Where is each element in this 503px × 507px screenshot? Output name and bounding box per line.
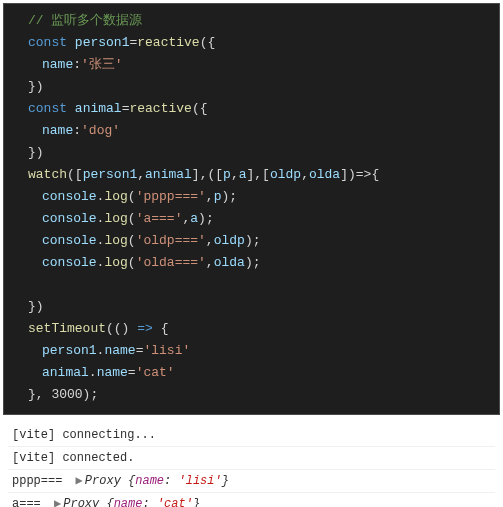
code-line: setTimeout(() => {: [14, 318, 493, 340]
console-row: [vite] connecting...: [8, 424, 495, 447]
console-output: [vite] connecting... [vite] connected. p…: [0, 418, 503, 507]
code-line: console.log('a===',a);: [14, 208, 493, 230]
code-line: // 监听多个数据源: [14, 10, 493, 32]
code-line: console.log('pppp===',p);: [14, 186, 493, 208]
comment: // 监听多个数据源: [28, 13, 142, 28]
code-editor: // 监听多个数据源 const person1=reactive({ name…: [3, 3, 500, 415]
expand-icon[interactable]: ▶: [76, 474, 83, 488]
code-line: const animal=reactive({: [14, 98, 493, 120]
expand-icon[interactable]: ▶: [54, 497, 61, 507]
code-line: person1.name='lisi': [14, 340, 493, 362]
code-line: const person1=reactive({: [14, 32, 493, 54]
code-line: }): [14, 76, 493, 98]
code-line: animal.name='cat': [14, 362, 493, 384]
code-line: console.log('olda===',olda);: [14, 252, 493, 274]
blank-line: [14, 274, 493, 296]
code-line: }): [14, 142, 493, 164]
console-row: [vite] connected.: [8, 447, 495, 470]
console-row: pppp=== ▶Proxy {name: 'lisi'}: [8, 470, 495, 493]
code-line: watch([person1,animal],([p,a],[oldp,olda…: [14, 164, 493, 186]
code-line: name:'张三': [14, 54, 493, 76]
code-line: }, 3000);: [14, 384, 493, 406]
code-line: }): [14, 296, 493, 318]
code-line: console.log('oldp===',oldp);: [14, 230, 493, 252]
code-line: name:'dog': [14, 120, 493, 142]
console-row: a=== ▶Proxy {name: 'cat'}: [8, 493, 495, 507]
